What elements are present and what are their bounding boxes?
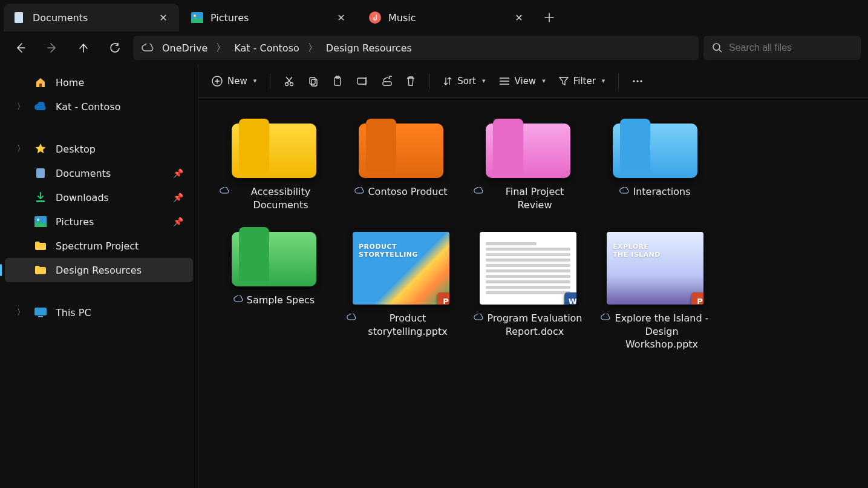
chevron-down-icon: ▾ (482, 77, 486, 85)
svg-rect-21 (383, 82, 391, 85)
sidebar-item-home[interactable]: Home (5, 70, 193, 94)
chevron-down-icon: ▾ (542, 77, 546, 85)
svg-rect-12 (38, 316, 43, 317)
breadcrumb-segment[interactable]: Design Resources (324, 42, 414, 54)
sidebar-item-this-pc[interactable]: 〉 This PC (5, 300, 193, 325)
command-bar: New ▾ Sort ▾ View ▾ Filter (198, 64, 868, 98)
item-label: Explore the Island - Design Workshop.ppt… (601, 312, 710, 351)
pictures-icon (191, 12, 203, 24)
svg-point-3 (194, 15, 196, 17)
folder-item[interactable]: Final Project Review (471, 111, 586, 211)
sidebar-item-label: This PC (56, 307, 91, 318)
svg-rect-8 (36, 200, 45, 202)
documents-icon (13, 12, 25, 24)
item-label: Product storytelling.pptx (347, 312, 455, 338)
file-item[interactable]: EXPLORETHE ISLANDPExplore the Island - D… (598, 220, 713, 351)
copy-button[interactable] (302, 70, 325, 92)
sidebar-item-label: Kat - Contoso (56, 101, 121, 113)
cut-button[interactable] (278, 70, 301, 92)
documents-icon (34, 167, 47, 180)
search-icon (712, 42, 723, 53)
sidebar-item-onedrive[interactable]: 〉 Kat - Contoso (5, 94, 193, 119)
breadcrumb-segment[interactable]: OneDrive (160, 42, 210, 54)
svg-rect-20 (357, 78, 366, 84)
svg-rect-16 (310, 77, 315, 84)
tab-close-button[interactable]: ✕ (511, 9, 527, 26)
address-bar[interactable]: OneDrive 〉 Kat - Contoso 〉 Design Resour… (133, 36, 699, 60)
pin-icon: 📌 (173, 168, 183, 178)
up-button[interactable] (70, 36, 97, 60)
tab-close-button[interactable]: ✕ (333, 9, 350, 26)
pin-icon: 📌 (173, 193, 183, 202)
sidebar-item-label: Home (56, 77, 84, 88)
folder-item[interactable]: Contoso Product (344, 111, 458, 211)
file-item[interactable]: WProgram Evaluation Report.docx (471, 220, 586, 351)
chevron-right-icon: 〉 (216, 42, 226, 54)
cloud-icon (619, 187, 629, 194)
chevron-right-icon: 〉 (16, 143, 25, 154)
sidebar-item-pictures[interactable]: Pictures 📌 (5, 209, 193, 234)
chevron-right-icon: 〉 (16, 101, 25, 112)
tab-bar: Documents ✕ Pictures ✕ Music ✕ (0, 0, 868, 31)
folder-item[interactable]: Interactions (598, 111, 713, 211)
music-icon (369, 12, 381, 24)
pictures-icon (34, 215, 47, 228)
sidebar-item-downloads[interactable]: Downloads 📌 (5, 185, 193, 209)
downloads-icon (34, 191, 47, 204)
share-button[interactable] (376, 70, 399, 92)
file-thumbnail: W (480, 232, 576, 305)
chevron-right-icon: 〉 (16, 307, 25, 318)
sidebar-item-label: Design Resources (56, 265, 142, 276)
folder-item[interactable]: Sample Specs (217, 220, 331, 351)
sidebar-item-documents[interactable]: Documents 📌 (5, 161, 193, 185)
sort-button[interactable]: Sort ▾ (437, 70, 491, 92)
tab-label: Pictures (210, 12, 325, 24)
sidebar-item-design-resources[interactable]: Design Resources (5, 258, 193, 282)
cloud-icon (601, 314, 610, 321)
svg-point-5 (713, 44, 720, 50)
rename-button[interactable] (350, 70, 374, 92)
sidebar-item-desktop[interactable]: 〉 Desktop (5, 137, 193, 161)
sidebar-item-label: Documents (56, 168, 111, 179)
back-button[interactable] (7, 36, 34, 60)
file-grid: Accessibility DocumentsContoso ProductFi… (198, 98, 868, 364)
cloud-icon (220, 187, 229, 194)
star-icon (34, 142, 47, 156)
paste-button[interactable] (326, 70, 349, 92)
nav-row: OneDrive 〉 Kat - Contoso 〉 Design Resour… (0, 31, 868, 64)
refresh-button[interactable] (102, 36, 128, 60)
folder-item[interactable]: Accessibility Documents (217, 111, 331, 211)
tab-pictures[interactable]: Pictures ✕ (181, 4, 357, 31)
folder-icon (232, 220, 316, 286)
filter-button[interactable]: Filter ▾ (553, 70, 612, 92)
folder-icon (34, 263, 47, 277)
folder-icon (486, 111, 570, 178)
item-label: Final Project Review (474, 185, 582, 211)
breadcrumb-segment[interactable]: Kat - Contoso (232, 42, 302, 54)
cloud-icon (347, 314, 356, 321)
svg-rect-1 (15, 12, 23, 23)
search-box[interactable] (703, 36, 861, 60)
word-badge-icon: W (564, 292, 576, 305)
search-input[interactable] (729, 42, 852, 53)
powerpoint-badge-icon: P (437, 292, 449, 305)
sidebar-item-spectrum[interactable]: Spectrum Project (5, 234, 193, 258)
tab-documents[interactable]: Documents ✕ (4, 4, 179, 31)
sidebar: Home 〉 Kat - Contoso 〉 Desktop Documents… (0, 64, 198, 488)
delete-button[interactable] (400, 70, 422, 92)
forward-button[interactable] (39, 36, 65, 60)
more-button[interactable] (626, 70, 649, 92)
tab-close-button[interactable]: ✕ (155, 9, 172, 26)
tab-music[interactable]: Music ✕ (359, 4, 535, 31)
file-item[interactable]: PRODUCTSTORYTELLINGPProduct storytelling… (344, 220, 458, 351)
onedrive-icon (34, 100, 47, 113)
new-tab-button[interactable] (537, 5, 561, 30)
content-pane: New ▾ Sort ▾ View ▾ Filter (198, 64, 868, 488)
view-button[interactable]: View ▾ (493, 70, 552, 92)
file-thumbnail: PRODUCTSTORYTELLINGP (353, 232, 449, 305)
svg-point-10 (37, 219, 39, 221)
tab-label: Documents (33, 12, 148, 24)
folder-icon (359, 111, 443, 178)
item-label: Contoso Product (354, 185, 447, 199)
new-button[interactable]: New ▾ (206, 70, 263, 92)
